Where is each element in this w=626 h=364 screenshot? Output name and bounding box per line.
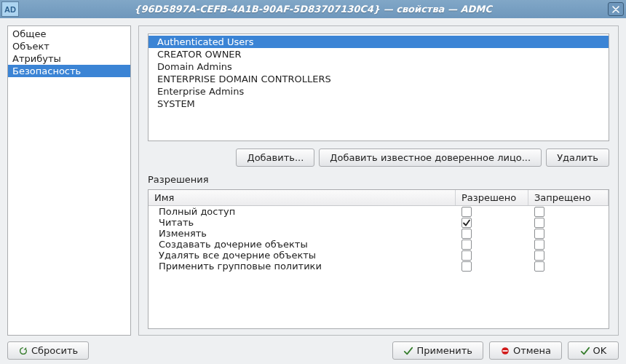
reset-icon	[18, 346, 28, 356]
nav-item[interactable]: Атрибуты	[8, 52, 130, 65]
deny-checkbox[interactable]	[534, 229, 544, 239]
allow-checkbox[interactable]	[461, 261, 472, 272]
deny-checkbox[interactable]	[534, 250, 544, 261]
window-title: {96D5897A-CEFB-4A1B-90AF-5D83707130C4} —…	[20, 4, 606, 15]
security-pane: Authenticated UsersCREATOR OWNERDomain A…	[138, 25, 619, 336]
permissions-table: Имя Разрешено Запрещено Полный доступЧит…	[148, 189, 609, 329]
close-icon	[612, 6, 619, 13]
reset-button-label: Сбросить	[31, 345, 78, 356]
deny-checkbox[interactable]	[534, 218, 544, 228]
permission-row: Применить групповые политики	[148, 261, 609, 272]
principal-item[interactable]: CREATOR OWNER	[148, 48, 609, 60]
window-close-button[interactable]	[608, 2, 624, 16]
permission-name: Читать	[148, 217, 456, 228]
column-deny: Запрещено	[528, 190, 609, 205]
permissions-header: Имя Разрешено Запрещено	[148, 190, 609, 206]
permission-name: Полный доступ	[148, 206, 456, 217]
dialog-buttons: Сбросить Применить Отмена OK	[7, 336, 619, 360]
apply-button-label: Применить	[416, 345, 472, 356]
permissions-label: Разрешения	[148, 174, 609, 185]
ok-icon	[580, 346, 590, 356]
principals-list[interactable]: Authenticated UsersCREATOR OWNERDomain A…	[148, 33, 609, 141]
column-name: Имя	[148, 190, 456, 205]
principal-item[interactable]: SYSTEM	[148, 98, 609, 110]
permission-name: Применить групповые политики	[148, 261, 456, 272]
principal-item[interactable]: ENTERPRISE DOMAIN CONTROLLERS	[148, 73, 609, 85]
apply-button[interactable]: Применить	[392, 341, 483, 360]
deny-checkbox[interactable]	[534, 207, 544, 217]
nav-item[interactable]: Общее	[8, 28, 130, 40]
cancel-button[interactable]: Отмена	[489, 341, 562, 360]
permission-row: Читать	[148, 217, 609, 228]
allow-checkbox[interactable]	[461, 207, 472, 217]
add-known-principal-button[interactable]: Добавить известное доверенное лицо...	[319, 149, 542, 167]
nav-tabs: ОбщееОбъектАтрибутыБезопасность	[7, 25, 131, 336]
permission-row: Полный доступ	[148, 206, 609, 217]
deny-checkbox[interactable]	[534, 240, 544, 250]
principal-item[interactable]: Domain Admins	[148, 60, 609, 73]
reset-button[interactable]: Сбросить	[7, 341, 89, 360]
check-icon	[403, 346, 413, 356]
ok-button[interactable]: OK	[568, 341, 619, 360]
cancel-button-label: Отмена	[513, 345, 551, 356]
column-allow: Разрешено	[456, 190, 528, 205]
principal-item[interactable]: Authenticated Users	[148, 36, 609, 48]
permission-row: Создавать дочерние объекты	[148, 239, 609, 250]
permission-row: Изменять	[148, 228, 609, 239]
nav-item[interactable]: Безопасность	[8, 65, 130, 77]
principal-buttons: Добавить... Добавить известное доверенно…	[148, 149, 609, 167]
nav-item[interactable]: Объект	[8, 40, 130, 52]
permission-name: Изменять	[148, 228, 456, 239]
allow-checkbox[interactable]	[461, 240, 472, 250]
ok-button-label: OK	[593, 345, 607, 356]
add-principal-button[interactable]: Добавить...	[236, 149, 314, 167]
cancel-icon	[500, 346, 510, 356]
deny-checkbox[interactable]	[534, 261, 544, 272]
permission-name: Создавать дочерние объекты	[148, 239, 456, 250]
titlebar: AD {96D5897A-CEFB-4A1B-90AF-5D83707130C4…	[0, 0, 626, 18]
delete-principal-button[interactable]: Удалить	[546, 149, 609, 167]
allow-checkbox[interactable]	[461, 229, 472, 239]
svg-rect-1	[502, 350, 507, 352]
permission-row: Удалять все дочерние объекты	[148, 250, 609, 261]
principal-item[interactable]: Enterprise Admins	[148, 85, 609, 98]
permission-name: Удалять все дочерние объекты	[148, 250, 456, 261]
app-icon: AD	[1, 1, 19, 17]
allow-checkbox[interactable]	[461, 250, 472, 261]
allow-checkbox[interactable]	[461, 218, 472, 228]
